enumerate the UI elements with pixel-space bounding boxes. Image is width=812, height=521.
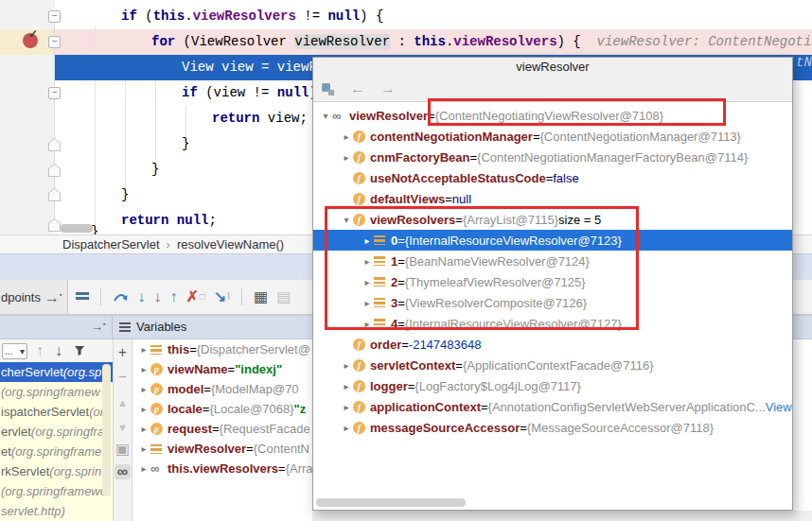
run-to-cursor-icon[interactable]: ↘I (214, 289, 230, 304)
add-icon[interactable]: + (114, 345, 132, 360)
equals-sign: = (469, 150, 477, 165)
frame-class: ispatcherServlet (1, 405, 89, 419)
drop-frame-icon[interactable]: ✗□ (185, 289, 204, 304)
tree-row-servletContext[interactable]: ▸fservletContext = {ApplicationContextFa… (313, 355, 792, 375)
frames-list[interactable]: cherServlet (org.sp.(org.springframewisp… (0, 362, 113, 521)
variable-value: false (553, 171, 578, 185)
chevron-closed-icon[interactable]: ▸ (137, 364, 150, 374)
variable-value: {ContentN (254, 442, 309, 456)
tree-row-defaultViews[interactable]: fdefaultViews = null (313, 188, 792, 209)
stack-frame-row[interactable]: et (org.springframe (0, 442, 113, 461)
breadcrumb-item[interactable]: DispatcherServlet (62, 237, 160, 252)
chevron-closed-icon[interactable]: ▸ (137, 424, 150, 434)
tree-row-logger[interactable]: ▸flogger = {LogFactory$Log4jLog@7117} (313, 375, 792, 396)
down-icon[interactable]: ↓ (55, 343, 62, 358)
remove-icon[interactable]: − (114, 370, 132, 385)
step-into-icon[interactable]: ↓ (137, 289, 145, 304)
variable-name: contentNegotiationManager (370, 130, 533, 144)
move-down-icon[interactable]: ▼ (114, 419, 132, 435)
chevron-closed-icon[interactable]: ▸ (340, 423, 353, 433)
frame-package: (org.springframew (1, 385, 100, 399)
fold-marker-icon[interactable]: − (48, 36, 61, 48)
breakpoints-chip[interactable]: dpoints →▪ (0, 280, 68, 314)
filter-icon[interactable] (74, 345, 85, 356)
tree-row-3[interactable]: ▸3 = {ViewResolverComposite@7126} (313, 292, 792, 313)
tree-row-useNotAcceptableStatusCode[interactable]: fuseNotAcceptableStatusCode = false (313, 167, 792, 188)
chevron-closed-icon[interactable]: ▸ (137, 404, 150, 414)
status-strip (312, 511, 812, 521)
tree-row-1[interactable]: ▸1 = {BeanNameViewResolver@7124} (313, 251, 792, 271)
chevron-closed-icon[interactable]: ▸ (361, 319, 374, 329)
chevron-closed-icon[interactable]: ▸ (361, 277, 374, 287)
tree-row-viewResolvers[interactable]: ▾fviewResolvers = {ArrayList@7115} size … (313, 209, 792, 230)
layout-icon[interactable]: ▤ (276, 289, 291, 304)
stack-frame-row[interactable]: (org.springframewo (0, 481, 113, 501)
chevron-closed-icon[interactable]: ▸ (361, 235, 374, 246)
view-link[interactable]: View (766, 400, 792, 414)
tree-row-order[interactable]: forder = -2147483648 (313, 334, 792, 355)
tree-row-contentNegotiationManager[interactable]: ▸fcontentNegotiationManager = {ContentNe… (313, 126, 792, 147)
chevron-closed-icon[interactable]: ▸ (340, 402, 353, 412)
tree-row-messageSourceAccessor[interactable]: ▸fmessageSourceAccessor = {MessageSource… (313, 417, 792, 438)
chevron-closed-icon[interactable]: ▸ (137, 463, 150, 474)
tree-row-applicationContext[interactable]: ▸fapplicationContext = {AnnotationConfig… (313, 396, 792, 417)
step-over-icon[interactable] (113, 291, 129, 304)
up-icon[interactable]: ↑ (36, 343, 44, 358)
inspect-icon[interactable] (321, 82, 335, 96)
back-icon[interactable]: ← (350, 81, 365, 96)
stack-frame-row[interactable]: cherServlet (org.sp. (0, 362, 113, 382)
chevron-closed-icon[interactable]: ▸ (340, 360, 353, 371)
item-icon (374, 277, 391, 287)
chevron-open-icon[interactable]: ▾ (319, 111, 332, 121)
breakpoint-icon[interactable] (23, 33, 38, 48)
breadcrumb-item[interactable]: resolveViewName() (177, 237, 284, 252)
fold-marker-icon[interactable]: − (48, 87, 61, 99)
move-up-icon[interactable]: ▲ (114, 394, 132, 410)
copy-icon[interactable]: ▣ (114, 442, 132, 457)
stack-frame-row[interactable]: (org.springframew (0, 382, 113, 402)
chevron-closed-icon[interactable]: ▸ (137, 384, 150, 394)
code-token: viewResolvers (193, 9, 296, 24)
stack-frame-row[interactable]: ervlet (org.springfra (0, 422, 113, 442)
tree-row-cnmFactoryBean[interactable]: ▸fcnmFactoryBean = {ContentNegotiationMa… (313, 147, 792, 167)
stack-frame-row[interactable]: rkServlet (org.sprin (0, 461, 113, 481)
field-icon: f (353, 380, 370, 392)
tree-row-4[interactable]: ▸4 = {InternalResourceViewResolver@7127} (313, 313, 792, 334)
popup-variable-tree[interactable]: ▾∞viewResolver = {ContentNegotiatingView… (313, 105, 792, 496)
tree-row-0[interactable]: ▸0 = {InternalResourceViewResolver@7123} (313, 230, 792, 251)
force-step-into-icon[interactable]: ↓ (153, 289, 161, 304)
code-token (168, 213, 176, 228)
chevron-closed-icon[interactable]: ▸ (340, 131, 353, 142)
tree-row-viewResolver[interactable]: ▾∞viewResolver = {ContentNegotiatingView… (313, 105, 792, 126)
watch-icon[interactable]: ∞ (115, 464, 131, 479)
chevron-closed-icon[interactable]: ▸ (361, 256, 374, 267)
step-out-icon[interactable]: ↑ (169, 289, 177, 304)
stack-frame-row[interactable]: ispatcherServlet (or (0, 402, 113, 422)
chevron-closed-icon[interactable]: ▸ (137, 443, 150, 454)
variable-value: {AnnotationConfigServletWebServerApplica… (488, 400, 766, 414)
equals-sign: = (546, 171, 554, 185)
viewresolver-popup[interactable]: viewResolver ←→ ▾∞viewResolver = {Conten… (312, 57, 793, 511)
pin-icon[interactable]: →▪ (91, 320, 105, 334)
hamburger-icon[interactable] (76, 292, 89, 303)
tree-row-2[interactable]: ▸2 = {ThymeleafViewResolver@7125} (313, 271, 792, 292)
code-token: View view = viewR (182, 60, 317, 75)
equals-sign: = (401, 338, 409, 352)
chevron-closed-icon[interactable]: ▸ (137, 344, 150, 355)
editor-hscrollbar-thumb[interactable] (61, 224, 93, 233)
evaluate-icon[interactable]: ▦ (254, 289, 268, 304)
variable-value: {MessageSourceAccessor@7118} (527, 421, 714, 435)
frames-scrollbar-thumb[interactable] (102, 364, 111, 496)
popup-hscrollbar-thumb[interactable] (316, 498, 466, 507)
forward-icon[interactable]: → (380, 81, 396, 96)
code-token: viewResolver (294, 34, 390, 49)
chevron-closed-icon[interactable]: ▸ (340, 381, 353, 391)
chevron-closed-icon[interactable]: ▸ (361, 298, 374, 308)
thread-selector[interactable]: ...▾ (2, 343, 27, 359)
code-token: return (121, 213, 168, 228)
stack-frame-row[interactable]: servlet.http) (0, 501, 113, 521)
chevron-open-icon[interactable]: ▾ (340, 215, 353, 225)
code-token: for (151, 34, 175, 49)
chevron-closed-icon[interactable]: ▸ (340, 152, 353, 163)
fold-marker-icon[interactable]: − (48, 10, 61, 23)
